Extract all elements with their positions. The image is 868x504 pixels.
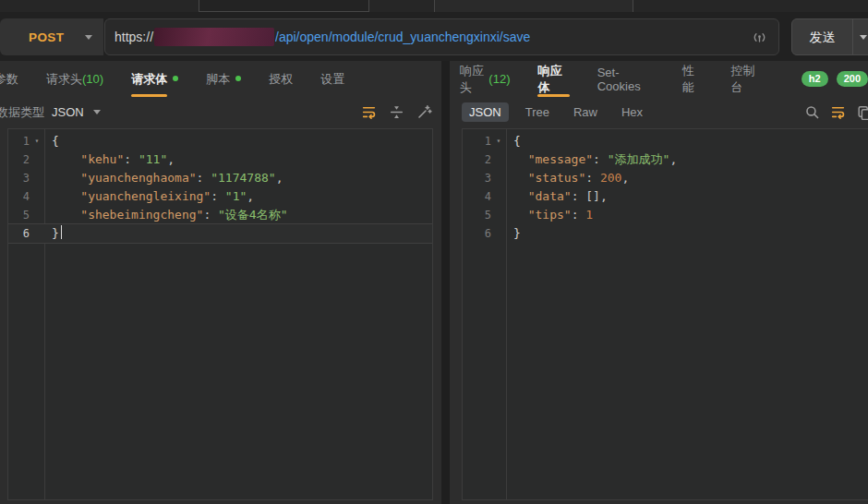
line-number: 5 — [463, 206, 491, 224]
tab-label: 参数 — [0, 61, 18, 97]
unsaved-dot-icon — [173, 76, 178, 81]
divider — [852, 19, 853, 54]
fold-arrow-icon[interactable]: ▾ — [491, 132, 506, 150]
gutter: 3 — [8, 169, 44, 187]
send-button[interactable]: 发送 — [791, 18, 868, 55]
request-toolbar: 数据类型 JSON — [0, 97, 441, 127]
fold-spacer — [30, 206, 44, 224]
code-line[interactable]: 5 "tips": 1 — [463, 206, 868, 224]
window-tab-stub[interactable] — [199, 0, 369, 12]
fold-arrow-icon[interactable]: ▾ — [30, 132, 44, 150]
fold-spacer — [491, 187, 506, 206]
fold-spacer — [491, 150, 506, 169]
code-line[interactable]: 3 "status": 200, — [463, 169, 868, 187]
url-path: /api/open/module/crud_yuanchengxinxi/sav… — [275, 30, 530, 44]
response-body-editor[interactable]: 1▾{2 "message": "添加成功",3 "status": 200,4… — [462, 128, 868, 500]
code-line[interactable]: 6} — [463, 224, 868, 243]
code-line[interactable]: 1▾{ — [8, 132, 432, 150]
word-wrap-icon[interactable] — [830, 104, 846, 120]
code-line[interactable]: 2 "kehu": "11", — [8, 150, 432, 169]
view-hex[interactable]: Hex — [614, 102, 650, 122]
code-line[interactable]: 5 "shebeimingcheng": "设备4名称" — [8, 206, 432, 224]
panel-divider[interactable] — [441, 61, 450, 504]
tab-label: 授权 — [269, 61, 293, 97]
view-tree[interactable]: Tree — [518, 102, 557, 122]
url-scheme: https:// — [115, 30, 153, 44]
code-line[interactable]: 4 "yuanchengleixing": "1", — [8, 187, 432, 206]
code-text: { — [506, 132, 521, 150]
gutter: 5 — [8, 206, 44, 224]
tab-label: Set-Cookies — [597, 61, 655, 97]
code-text: } — [506, 224, 521, 243]
tab-label: 脚本 — [206, 61, 230, 97]
tab-label: 控制台 — [731, 61, 763, 97]
line-number: 2 — [8, 150, 30, 169]
gutter: 2 — [463, 150, 506, 169]
status-badge: 200 — [837, 71, 868, 87]
url-input[interactable]: https:// /api/open/module/crud_yuancheng… — [104, 18, 779, 55]
tab-授权[interactable]: 授权 — [269, 61, 293, 97]
code-text: "yuanchengleixing": "1", — [44, 187, 254, 206]
data-type-label: 数据类型 — [0, 104, 44, 121]
collapse-vertical-icon[interactable] — [389, 104, 404, 120]
tab-控制台[interactable]: 控制台 — [731, 61, 763, 97]
gutter: 4 — [8, 187, 44, 206]
code-text: "status": 200, — [506, 169, 629, 187]
unsaved-dot-icon — [235, 76, 241, 81]
search-icon[interactable] — [804, 104, 820, 120]
response-toolbar: JSONTreeRawHex — [450, 97, 868, 127]
tab-请求头[interactable]: 请求头(10) — [46, 61, 103, 97]
tab-count: (12) — [488, 72, 510, 86]
redacted-host — [154, 28, 274, 46]
status-badges: h2200 — [802, 61, 868, 97]
tab-label: 设置 — [320, 61, 344, 97]
fold-spacer — [491, 169, 506, 187]
tab-Set-Cookies[interactable]: Set-Cookies — [597, 61, 655, 97]
text-cursor — [61, 225, 63, 239]
line-number: 1 — [8, 132, 30, 150]
view-raw[interactable]: Raw — [566, 102, 605, 122]
tab-label: 请求头(10) — [46, 61, 103, 97]
code-text: "shebeimingcheng": "设备4名称" — [44, 206, 288, 224]
request-bar: POST https:// /api/open/module/crud_yuan… — [0, 12, 868, 61]
code-text: "kehu": "11", — [44, 150, 175, 169]
tab-设置[interactable]: 设置 — [320, 61, 344, 97]
gutter: 2 — [8, 150, 44, 169]
gutter: 1▾ — [463, 132, 506, 150]
chevron-down-icon[interactable] — [93, 110, 101, 114]
tab-脚本[interactable]: 脚本 — [206, 61, 241, 97]
tab-label: 响应头(12) — [460, 61, 510, 97]
request-body-editor[interactable]: 1▾{2 "kehu": "11",3 "yuanchenghaoma": "1… — [7, 128, 433, 500]
data-type-value[interactable]: JSON — [52, 105, 84, 119]
tab-响应体[interactable]: 响应体 — [537, 61, 569, 97]
tab-请求体[interactable]: 请求体 — [131, 61, 178, 97]
line-number: 6 — [8, 224, 30, 243]
code-line[interactable]: 1▾{ — [463, 132, 868, 150]
signal-icon[interactable] — [752, 30, 767, 45]
code-text: "data": [], — [506, 187, 608, 206]
view-json[interactable]: JSON — [462, 102, 509, 122]
code-line[interactable]: 6} — [8, 223, 432, 244]
send-button-label: 发送 — [792, 19, 852, 54]
word-wrap-icon[interactable] — [361, 104, 377, 120]
http-method-select[interactable]: POST — [0, 18, 103, 55]
tab-性能[interactable]: 性能 — [682, 61, 704, 97]
chevron-down-icon — [860, 35, 867, 40]
tab-参数[interactable]: 参数 — [0, 61, 18, 97]
copy-icon[interactable] — [856, 104, 868, 120]
tab-label: 性能 — [682, 61, 704, 97]
code-text: "tips": 1 — [506, 206, 593, 224]
code-text: } — [44, 224, 62, 243]
window-tab-stub[interactable] — [434, 0, 633, 13]
code-text: "message": "添加成功", — [506, 150, 677, 169]
format-wand-icon[interactable] — [416, 104, 432, 120]
code-text: { — [44, 132, 59, 150]
status-badge: h2 — [802, 71, 828, 87]
tab-count: (10) — [82, 72, 103, 86]
code-line[interactable]: 4 "data": [], — [463, 187, 868, 206]
gutter: 6 — [463, 224, 506, 243]
response-panel: 响应头(12)响应体Set-Cookies性能控制台h2200 JSONTree… — [450, 61, 868, 504]
code-line[interactable]: 3 "yuanchenghaoma": "1174788", — [8, 169, 432, 187]
code-line[interactable]: 2 "message": "添加成功", — [463, 150, 868, 169]
tab-响应头[interactable]: 响应头(12) — [460, 61, 510, 97]
